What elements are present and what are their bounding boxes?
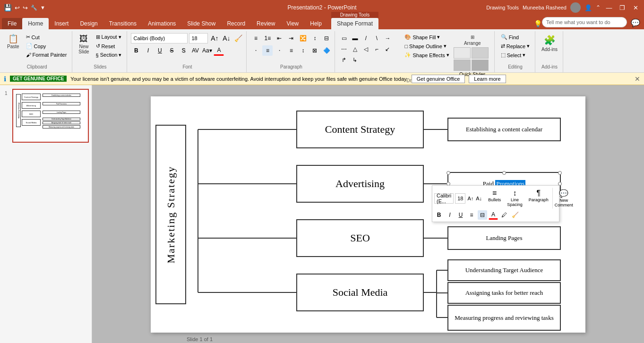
line-spacing-float-btn[interactable]: ↕ Line Spacing (505, 188, 525, 209)
align-text-btn[interactable]: ⊠ (309, 45, 320, 56)
sel-handle-tl[interactable] (447, 171, 450, 175)
smart-art2-btn[interactable]: 🔷 (321, 45, 332, 56)
sub-landing-pages[interactable]: Landing Pages (447, 226, 561, 250)
mini-highlight[interactable]: 🖊 (499, 210, 509, 220)
slide-thumbnail-1[interactable]: 1 Marketing Strategy Content Strategy Ad… (12, 89, 89, 143)
sub-assigning-tasks[interactable]: Assigning tasks for better reach (447, 282, 561, 304)
slide-canvas[interactable]: Marketing Strategy Content Strategy Adve… (151, 96, 585, 333)
tab-record[interactable]: Record (221, 18, 251, 29)
change-case-btn[interactable]: Aa▾ (202, 45, 212, 56)
select-button[interactable]: ⬚ Select ▾ (498, 51, 528, 59)
sub-target-audience[interactable]: Understanding Target Audience (447, 259, 561, 281)
numbering-btn[interactable]: 1≡ (262, 33, 273, 43)
align-left-btn[interactable]: ⬝ (250, 45, 261, 56)
strikethrough-btn[interactable]: S (166, 45, 177, 56)
columns-btn[interactable]: ⊟ (321, 33, 332, 43)
mini-underline[interactable]: U (456, 210, 465, 220)
shape-arrow[interactable]: → (382, 33, 393, 43)
mini-font-name[interactable]: Calibri (E... (434, 193, 454, 204)
mini-italic[interactable]: I (445, 210, 455, 220)
shape-tri[interactable]: △ (350, 44, 360, 54)
shadow-btn[interactable]: S (178, 45, 189, 56)
bullets-btn[interactable]: ≡ (250, 33, 261, 43)
undo-icon[interactable]: ↩ (15, 4, 20, 11)
seo-box[interactable]: SEO (296, 219, 424, 257)
mini-font-inc[interactable]: A↑ (467, 194, 474, 203)
tab-transitions[interactable]: Transitions (103, 18, 142, 29)
text-direction-btn[interactable]: ↕ (298, 45, 308, 56)
shape-outline-button[interactable]: □ Shape Outline ▾ (402, 42, 451, 50)
shape-effects-button[interactable]: ✨ Shape Effects ▾ (402, 51, 451, 59)
tab-slideshow[interactable]: Slide Show (181, 18, 221, 29)
tab-review[interactable]: Review (251, 18, 281, 29)
tab-help[interactable]: Help (304, 18, 327, 29)
mini-bold[interactable]: B (434, 210, 444, 220)
close-button[interactable]: ✕ (631, 3, 640, 12)
replace-button[interactable]: ⇄ Replace ▾ (498, 42, 532, 50)
arrange-button[interactable]: ⊞ Arrange (462, 33, 483, 47)
customize-icon[interactable]: 🔧 (31, 5, 37, 11)
shape-arrow3[interactable]: ↱ (339, 55, 349, 65)
shape-arrow2[interactable]: ↙ (382, 44, 393, 54)
ribbon-collapse-icon[interactable]: ⌃ (596, 4, 601, 11)
new-comment-float-btn[interactable]: 💬 New Comment (552, 188, 575, 209)
font-color-btn[interactable]: A (214, 45, 224, 56)
minimize-button[interactable]: — (604, 3, 614, 12)
new-slide-button[interactable]: 🖼 NewSlide (76, 33, 91, 56)
quick-style-1[interactable] (454, 47, 471, 59)
align-center-btn[interactable]: ≡ (262, 45, 273, 56)
justify-btn[interactable]: ≡ (286, 45, 296, 56)
learn-more-button[interactable]: Learn more (469, 75, 506, 83)
line-spacing-btn[interactable]: ↕ (309, 33, 320, 43)
tab-view[interactable]: View (281, 18, 304, 29)
section-button[interactable]: § Section ▾ (94, 51, 124, 59)
redo-icon[interactable]: ↪ (23, 4, 28, 11)
find-button[interactable]: 🔍 Find (498, 33, 521, 41)
font-name-box[interactable]: Calibri (Body) (131, 33, 188, 43)
get-genuine-button[interactable]: Get genuine Office (412, 75, 465, 83)
font-size-decrease-btn[interactable]: A↓ (221, 33, 232, 43)
copy-button[interactable]: 📄 Copy (24, 42, 69, 50)
font-size-increase-btn[interactable]: A↑ (209, 33, 220, 43)
account-icon[interactable]: 👤 (584, 4, 592, 11)
increase-indent-btn[interactable]: ⇥ (286, 33, 296, 43)
quick-style-2[interactable] (472, 47, 489, 59)
reset-button[interactable]: ↺ Reset (94, 42, 124, 50)
sel-handle-tr[interactable] (558, 171, 562, 175)
clear-format-btn[interactable]: 🧹 (233, 33, 243, 43)
bullets-float-btn[interactable]: ≡ Bullets (486, 188, 503, 209)
tab-shape-format[interactable]: Shape Format (331, 18, 378, 29)
font-size-box[interactable]: 18 (189, 33, 208, 43)
quick-style-4[interactable] (472, 60, 489, 71)
addins-button[interactable]: 🧩 Add-ins (539, 33, 560, 53)
paragraph-float-btn[interactable]: ¶ Paragraph (526, 188, 551, 209)
infobar-close[interactable]: ✕ (635, 75, 640, 83)
shape-more[interactable]: ⋯ (339, 44, 349, 54)
smart-art-btn[interactable]: 🔀 (298, 33, 308, 43)
tab-animations[interactable]: Animations (142, 18, 181, 29)
italic-btn[interactable]: I (143, 45, 153, 56)
shape-tri2[interactable]: ◁ (361, 44, 371, 54)
mini-align-center[interactable]: ≡ (467, 210, 476, 220)
sub-content-calendar[interactable]: Establishing a content calendar (447, 118, 561, 141)
char-spacing-btn[interactable]: AV (190, 45, 200, 56)
decrease-indent-btn[interactable]: ⇤ (274, 33, 284, 43)
marketing-strategy-box[interactable]: Marketing Strategy (155, 125, 186, 304)
shape-rect[interactable]: ▭ (339, 33, 349, 43)
align-right-btn[interactable]: ⬝ (274, 45, 284, 56)
format-painter-button[interactable]: 🖌 Format Painter (24, 51, 69, 59)
comment-icon[interactable]: 💬 (631, 18, 640, 27)
tab-file[interactable]: File (2, 18, 22, 29)
bold-btn[interactable]: B (131, 45, 141, 56)
mini-font-dec[interactable]: A↓ (475, 194, 482, 203)
shape-arrow4[interactable]: ↳ (350, 55, 360, 65)
restore-button[interactable]: ❐ (618, 3, 627, 12)
layout-button[interactable]: ⊞ Layout ▾ (94, 33, 124, 41)
shape-fill-button[interactable]: 🎨 Shape Fill ▾ (402, 33, 451, 41)
underline-btn[interactable]: U (155, 45, 165, 56)
tell-me-input[interactable]: Tell me what you want to do (542, 17, 627, 27)
shape-rect2[interactable]: ▬ (350, 33, 360, 43)
shape-bend[interactable]: ⌐ (371, 44, 382, 54)
shape-line2[interactable]: \ (371, 33, 382, 43)
mini-clear-format[interactable]: 🧹 (510, 210, 520, 220)
